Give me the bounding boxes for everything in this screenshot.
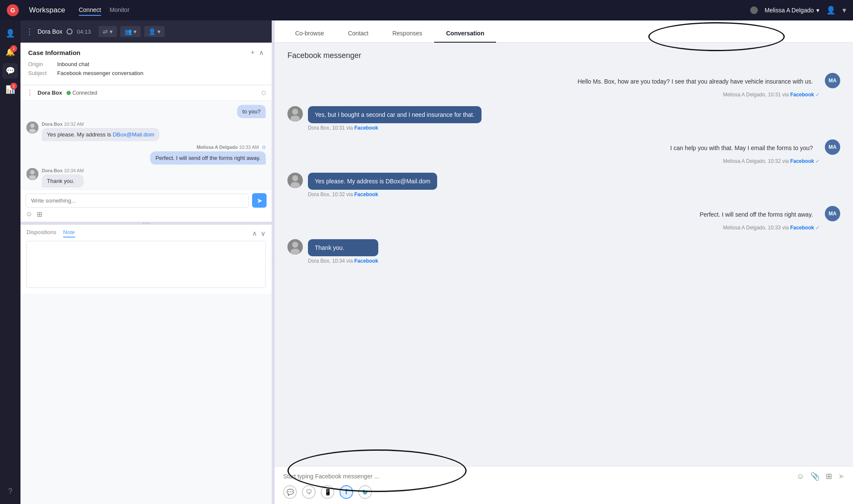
right-panel: Co-browse Contact Responses Conversation… xyxy=(275,20,853,504)
message-bubble: Perfect. I will send off the forms right… xyxy=(693,206,820,223)
attachment-icon[interactable]: ⊞ xyxy=(37,210,42,218)
sidebar-item-chart[interactable]: 📊 2 xyxy=(3,82,18,97)
tab-conversation[interactable]: Conversation xyxy=(434,25,496,43)
chat-input-row: ➤ xyxy=(26,193,267,208)
transfer-button[interactable]: ⇄ ▾ xyxy=(99,26,117,37)
chat-send-button[interactable]: ➤ xyxy=(252,193,267,208)
message-content: I can help you with that. May I email th… xyxy=(663,139,820,164)
toolbar-status-dot xyxy=(67,29,73,35)
panel-tabs: Co-browse Contact Responses Conversation xyxy=(275,20,853,43)
chat-input[interactable] xyxy=(26,194,249,208)
svg-point-8 xyxy=(290,116,300,122)
conversation-input[interactable] xyxy=(283,473,792,480)
emoji-icon[interactable]: ☺ xyxy=(26,210,32,218)
svg-point-10 xyxy=(292,175,298,181)
subject-value: Facebook messenger conversation xyxy=(57,70,143,76)
chat-toolbar-icons: ☺ ⊞ xyxy=(26,210,267,218)
agent-toolbar: ⋮ Dora Box 04:13 ⇄ ▾ 👥 ▾ 👤 ▾ xyxy=(20,20,272,43)
team-chevron: ▾ xyxy=(133,28,136,35)
conv-input-icons: ☺ 📎 ⊞ ➤ xyxy=(797,472,844,481)
message-bubble: Thank you. xyxy=(42,174,84,188)
toolbar-menu-icon[interactable]: ⋮ xyxy=(26,27,33,36)
nav-monitor[interactable]: Monitor xyxy=(110,5,130,16)
user-avatar-icon[interactable]: 👤 xyxy=(826,6,836,15)
disp-tab-list: Dispositions Note xyxy=(26,229,75,238)
conv-input-row: ☺ 📎 ⊞ ➤ xyxy=(283,472,844,481)
agent-avatar: MA xyxy=(825,73,840,88)
top-nav-links: Connect Monitor xyxy=(79,5,130,16)
email-link[interactable]: DBox@Mail.dom xyxy=(113,131,154,138)
sidebar-item-chat[interactable]: 💬 xyxy=(3,63,18,78)
case-info-actions: + ∧ xyxy=(251,49,264,57)
svg-point-1 xyxy=(30,124,35,128)
case-info-title: Case Information xyxy=(28,49,81,56)
message-meta: Dora Box 10:32 AM xyxy=(42,122,160,127)
agent-typing-icon: ⊙ xyxy=(262,145,266,150)
chevron-down-icon: ▾ xyxy=(816,7,819,14)
chat-channel-btn[interactable]: 🗨 xyxy=(302,485,316,499)
contact-menu-icon[interactable]: ⋮ xyxy=(26,89,33,97)
message-meta: Melissa A Delgado 10:33 AM ⊙ xyxy=(150,145,266,150)
chat-message-outgoing-partial: to you? xyxy=(237,105,266,118)
online-dot xyxy=(67,91,71,95)
canned-response-icon[interactable]: ⊞ xyxy=(826,472,832,481)
conversation-area: Facebook messenger Hello Ms. Box, how ar… xyxy=(275,43,853,466)
toolbar-action-buttons: ⇄ ▾ 👥 ▾ 👤 ▾ xyxy=(99,26,165,37)
collapse-up-icon[interactable]: ∧ xyxy=(252,229,257,238)
note-textarea[interactable] xyxy=(26,241,266,288)
tab-dispositions[interactable]: Dispositions xyxy=(26,229,56,238)
chat-message-incoming-1: Dora Box 10:32 AM Yes please. My address… xyxy=(26,122,160,141)
attachment-icon[interactable]: 📎 xyxy=(810,472,820,481)
channel-icons: 💬 🗨 📱 f 🐦 xyxy=(283,485,844,499)
message-bubble: Perfect. I will send off the forms right… xyxy=(150,151,266,165)
svg-point-5 xyxy=(29,175,36,180)
tab-cobrowse[interactable]: Co-browse xyxy=(283,25,336,43)
transfer-chevron: ▾ xyxy=(110,28,113,35)
status-indicator xyxy=(750,6,758,14)
facebook-link: Facebook xyxy=(354,125,378,131)
message-meta: Dora Box, 10:31 via Facebook xyxy=(308,125,482,131)
conv-message-4: Yes please. My address is DBox@Mail.dom … xyxy=(287,173,437,197)
team-button[interactable]: 👥 ▾ xyxy=(120,26,141,37)
twitter-channel-btn[interactable]: 🐦 xyxy=(358,485,372,499)
facebook-link: Facebook xyxy=(354,191,378,197)
conv-message-3: I can help you with that. May I email th… xyxy=(663,139,840,164)
collapse-icon[interactable]: ∧ xyxy=(259,49,264,57)
chat-input-area: ➤ ☺ ⊞ xyxy=(20,189,272,222)
message-bubble: Thank you. xyxy=(308,239,378,256)
chat-icon: 🗨 xyxy=(306,489,312,495)
message-bubble: to you? xyxy=(237,105,266,118)
sidebar-item-person[interactable]: 👤 xyxy=(3,26,18,41)
message-content: Melissa A Delgado 10:33 AM ⊙ Perfect. I … xyxy=(150,145,266,165)
emoji-icon[interactable]: ☺ xyxy=(797,472,804,481)
subject-label: Subject xyxy=(28,70,54,76)
chat-message-incoming-2: Dora Box 10:34 AM Thank you. xyxy=(26,168,84,188)
resize-handle[interactable]: ⬡ xyxy=(261,90,266,96)
facebook-channel-btn[interactable]: f xyxy=(339,485,353,499)
sidebar-item-help[interactable]: ? xyxy=(3,484,18,499)
conv-message-2: Yes, but I bought a second car and I nee… xyxy=(287,106,482,131)
tab-responses[interactable]: Responses xyxy=(380,25,434,43)
chat-contact-bar: ⋮ Dora Box Connected ⬡ xyxy=(20,85,272,101)
message-content: Yes, but I bought a second car and I nee… xyxy=(308,106,482,131)
message-content: Dora Box 10:32 AM Yes please. My address… xyxy=(42,122,160,141)
message-bubble: Yes, but I bought a second car and I nee… xyxy=(308,106,482,123)
nav-connect[interactable]: Connect xyxy=(79,5,101,16)
user-menu[interactable]: Melissa A Delgado ▾ xyxy=(765,7,819,14)
tab-contact[interactable]: Contact xyxy=(336,25,380,43)
add-icon[interactable]: + xyxy=(251,49,255,57)
message-content: Perfect. I will send off the forms right… xyxy=(693,206,820,231)
collapse-down-icon[interactable]: ∨ xyxy=(261,229,266,238)
sidebar-item-bell[interactable]: 🔔 1 xyxy=(3,44,18,60)
sms-channel-btn[interactable]: 💬 xyxy=(283,485,297,499)
tab-note[interactable]: Note xyxy=(63,229,75,238)
nav-expand-icon[interactable]: ▾ xyxy=(842,6,846,15)
check-icon: ✓ xyxy=(815,158,820,164)
transfer-icon: ⇄ xyxy=(103,28,108,35)
agent-button[interactable]: 👤 ▾ xyxy=(144,26,165,37)
send-icon[interactable]: ➤ xyxy=(838,472,844,481)
app-logo: G xyxy=(7,4,19,16)
message-meta: Dora Box, 10:32 via Facebook xyxy=(308,191,437,197)
whatsapp-channel-btn[interactable]: 📱 xyxy=(321,485,334,499)
case-info-header: Case Information + ∧ xyxy=(28,49,264,57)
